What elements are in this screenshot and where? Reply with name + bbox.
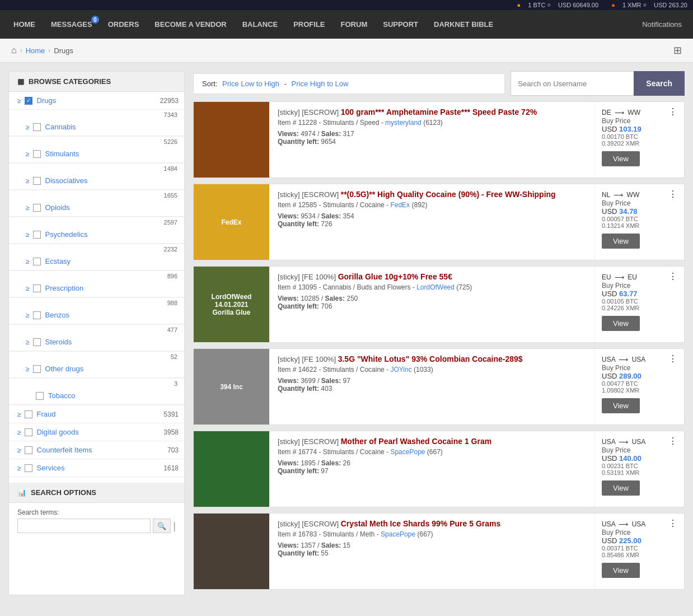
category-item-dissociatives[interactable]: ≥ Dissociatives: [9, 172, 184, 190]
price-label-5: Buy Price: [602, 446, 630, 454]
vendor-link-2[interactable]: FedEx: [390, 201, 410, 209]
product-menu-dots-1[interactable]: ⋮: [668, 106, 677, 117]
nav-balance[interactable]: BALANCE: [235, 10, 286, 39]
category-item-benzos[interactable]: ≥ Benzos: [9, 306, 184, 324]
checkbox-services[interactable]: [25, 464, 32, 472]
product-title-link-6[interactable]: Crystal Meth Ice Shards 99% Pure 5 Grams: [341, 519, 501, 528]
category-item-opioids[interactable]: ≥ Opioids: [9, 199, 184, 217]
checkbox-stimulants[interactable]: [33, 150, 41, 158]
vendor-link-6[interactable]: SpacePope: [381, 530, 415, 538]
username-search-input[interactable]: [511, 71, 634, 96]
checkbox-prescription[interactable]: [33, 284, 41, 292]
nav-orders[interactable]: ORDERS: [100, 10, 147, 39]
search-options-title: 📊 SEARCH OPTIONS: [9, 483, 184, 503]
view-button-4[interactable]: View: [602, 398, 640, 413]
price-usd-1: USD 103.19: [602, 125, 642, 133]
product-shipping-4: USA ⟶ USA: [602, 356, 645, 363]
product-title-link-4[interactable]: 3.5G "White Lotus" 93% Colombian Cocaine…: [338, 354, 523, 363]
vendor-link-1[interactable]: mysteryland: [385, 119, 422, 127]
org-chart-icon[interactable]: ⊞: [673, 44, 682, 57]
sort-low-to-high[interactable]: Price Low to High: [222, 80, 279, 88]
category-item-cannabis[interactable]: ≥ Cannabis: [9, 118, 184, 136]
view-button-2[interactable]: View: [602, 234, 640, 249]
product-shipping-3: EU ⟶ EU: [602, 273, 637, 281]
checkbox-psychedelics[interactable]: [33, 231, 41, 239]
vendor-link-4[interactable]: JOYinc: [390, 366, 411, 374]
price-xmr-1: 0.39202 XMR: [602, 140, 639, 147]
product-menu-dots-3[interactable]: ⋮: [668, 271, 677, 282]
checkbox-opioids[interactable]: [33, 204, 41, 212]
category-item-counterfeit[interactable]: ≥ Counterfeit Items 703: [9, 441, 184, 459]
search-terms-button[interactable]: 🔍: [153, 519, 171, 533]
category-item-stimulants[interactable]: ≥ Stimulants: [9, 145, 184, 163]
product-menu-dots-6[interactable]: ⋮: [668, 518, 677, 529]
cat-label-benzos: Benzos: [45, 311, 179, 319]
breadcrumb-home-link[interactable]: Home: [26, 46, 45, 55]
price-label-6: Buy Price: [602, 529, 630, 536]
checkbox-fraud[interactable]: [25, 410, 32, 418]
home-icon[interactable]: ⌂: [11, 45, 17, 55]
product-menu-dots-5[interactable]: ⋮: [668, 436, 677, 446]
product-badge: [sticky] [FE 100%]: [278, 355, 336, 363]
category-item-other-drugs[interactable]: ≥ Other drugs: [9, 360, 184, 378]
sort-high-to-low[interactable]: Price High to Low: [292, 80, 349, 88]
vendor-link-5[interactable]: SpacePope: [390, 448, 425, 456]
product-title-link-5[interactable]: Mother of Pearl Washed Cocaine 1 Gram: [341, 437, 491, 446]
arrow-icon: ≥: [26, 258, 30, 265]
cat-wrapper-prescription: 896 ≥ Prescription: [9, 271, 184, 298]
notifications-link[interactable]: Notifications: [636, 10, 687, 39]
product-stats-2: Views: 9534 / Sales: 354Quantity left: 7…: [278, 212, 586, 228]
arrow-icon: ≥: [26, 231, 30, 239]
cat-wrapper-other-drugs: 52 ≥ Other drugs: [9, 352, 184, 379]
cat-label-stimulants: Stimulants: [45, 150, 179, 158]
arrow-icon: ≥: [17, 97, 21, 105]
nav-forum[interactable]: FORUM: [333, 10, 376, 39]
product-menu-dots-4[interactable]: ⋮: [668, 353, 677, 364]
checkbox-steroids[interactable]: [33, 338, 41, 346]
product-menu-dots-2[interactable]: ⋮: [668, 189, 677, 199]
checkbox-tobacco[interactable]: [36, 392, 44, 400]
cat-wrapper-ecstasy: 2232 ≥ Ecstasy: [9, 244, 184, 271]
price-usd-5: USD 140.00: [602, 454, 642, 463]
checkbox-digital[interactable]: [25, 428, 32, 436]
nav-bible[interactable]: DARKNET BIBLE: [426, 10, 501, 39]
search-terms-input[interactable]: [17, 519, 151, 533]
view-button-3[interactable]: View: [602, 316, 640, 331]
username-search-button[interactable]: Search: [634, 71, 685, 96]
product-title-link-1[interactable]: 100 gram*** Amphetamine Paste*** Speed P…: [341, 108, 537, 116]
checkbox-dissociatives[interactable]: [33, 177, 41, 185]
vendor-link-3[interactable]: LordOfWeed: [416, 283, 455, 291]
category-item-ecstasy[interactable]: ≥ Ecstasy: [9, 253, 184, 270]
nav-profile[interactable]: PROFILE: [285, 10, 333, 39]
checkbox-counterfeit[interactable]: [25, 446, 32, 454]
cat-wrapper-dissociatives: 1484 ≥ Dissociatives: [9, 164, 184, 190]
checkbox-ecstasy[interactable]: [33, 258, 41, 265]
product-image-3: LordOfWeed 14.01.2021 Gorilla Glue: [194, 267, 269, 342]
product-right-1: DE ⟶ WW⋮Buy PriceUSD 103.190.00170 BTC0.…: [594, 102, 684, 178]
checkbox-other-drugs[interactable]: [33, 365, 41, 373]
view-button-5[interactable]: View: [602, 480, 640, 496]
top-bar: ● 1 BTC = USD 60649.00 ● 1 XMR = USD 263…: [0, 0, 693, 10]
product-info-1: [sticky] [ESCROW] 100 gram*** Amphetamin…: [269, 102, 594, 178]
category-item-digital[interactable]: ≥ Digital goods 3958: [9, 423, 184, 441]
cat-count-digital: 3958: [163, 428, 179, 436]
category-item-fraud[interactable]: ≥ Fraud 5391: [9, 405, 184, 423]
category-item-tobacco[interactable]: Tobacco: [9, 387, 184, 405]
product-card-6: [sticky] [ESCROW] Crystal Meth Ice Shard…: [193, 513, 685, 590]
view-button-1[interactable]: View: [602, 151, 640, 166]
checkbox-drugs[interactable]: ✓: [25, 97, 32, 105]
nav-vendor[interactable]: BECOME A VENDOR: [147, 10, 234, 39]
category-item-steroids[interactable]: ≥ Steroids: [9, 333, 184, 351]
category-item-drugs[interactable]: ≥ ✓ Drugs 22953: [9, 92, 184, 110]
nav-support[interactable]: SUPPORT: [375, 10, 426, 39]
checkbox-cannabis[interactable]: [33, 123, 41, 131]
category-item-prescription[interactable]: ≥ Prescription: [9, 279, 184, 297]
product-title-link-2[interactable]: **(0.5G)** High Quality Cocaine (90%) - …: [341, 190, 556, 199]
nav-messages[interactable]: MESSAGES 0: [43, 10, 100, 39]
category-item-psychedelics[interactable]: ≥ Psychedelics: [9, 226, 184, 244]
view-button-6[interactable]: View: [602, 563, 640, 578]
category-item-services[interactable]: ≥ Services 1618: [9, 459, 184, 477]
product-title-link-3[interactable]: Gorilla Glue 10g+10% Free 55€: [338, 272, 452, 281]
nav-home[interactable]: HOME: [6, 10, 43, 39]
checkbox-benzos[interactable]: [33, 311, 41, 319]
